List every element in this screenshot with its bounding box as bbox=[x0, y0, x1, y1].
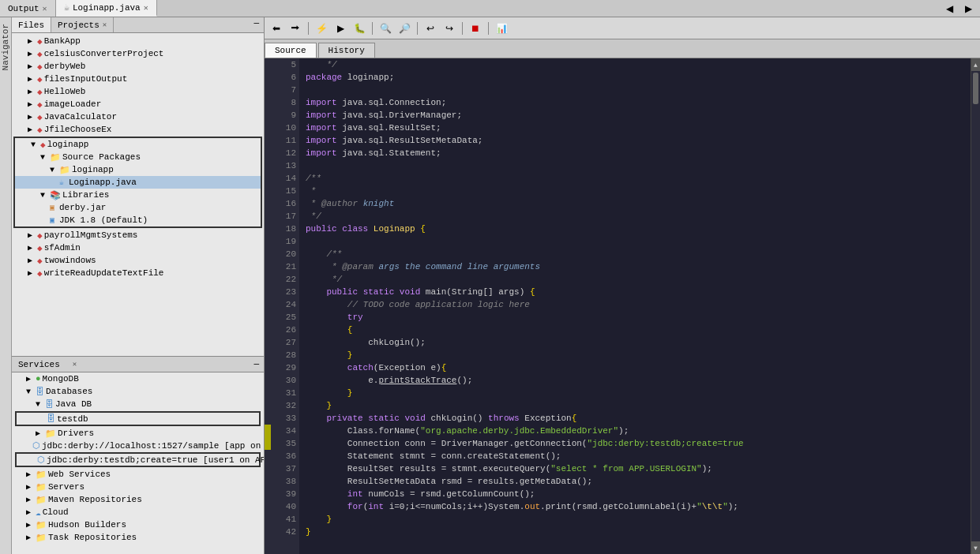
jdbc2-label: jdbc:derby:testdb;create=true [user1 on … bbox=[47, 455, 264, 465]
projects-tab[interactable]: Projects ✕ bbox=[51, 17, 114, 32]
svc-item-drivers[interactable]: ▶ 📁 Drivers bbox=[12, 427, 264, 440]
ln-8: 8 bbox=[271, 96, 299, 109]
tree-item-payroll[interactable]: ▶ ◆ payrollMgmtSystems bbox=[12, 229, 264, 241]
ln-9: 9 bbox=[271, 109, 299, 122]
tree-item-javacalc[interactable]: ▶ ◆ JavaCalculator bbox=[12, 110, 264, 123]
next-tab-btn[interactable]: ▶ bbox=[959, 1, 977, 17]
back-btn[interactable]: ⬅ bbox=[268, 21, 285, 36]
editor-panel: ⬅ ⮕ ⚡ ▶ 🐛 🔍 🔎 ↩ ↪ ⏹ 📊 Source bbox=[265, 17, 980, 554]
project-icon-files: ◆ bbox=[37, 74, 43, 84]
profile-btn[interactable]: 📊 bbox=[493, 21, 510, 36]
svc-item-databases[interactable]: ▼ 🗄 Databases bbox=[12, 385, 264, 398]
prev-tab-btn[interactable]: ◀ bbox=[941, 1, 958, 17]
tree-item-helloweb[interactable]: ▶ ◆ HelloWeb bbox=[12, 85, 264, 98]
tree-item-jfile[interactable]: ▶ ◆ JfileChooseEx bbox=[12, 123, 264, 136]
file-tab-close[interactable]: ✕ bbox=[144, 3, 148, 13]
svc-item-testdb[interactable]: 🗄 testdb bbox=[17, 413, 259, 425]
forward-btn[interactable]: ⮕ bbox=[287, 21, 304, 36]
svc-item-hudson[interactable]: ▶ 📁 Hudson Builders bbox=[12, 518, 264, 531]
source-tab[interactable]: Source bbox=[265, 43, 317, 58]
code-line-6: package loginapp; bbox=[299, 71, 971, 84]
maven-label: Maven Repositories bbox=[48, 495, 142, 504]
tree-item-derby-jar[interactable]: ▣ derby.jar bbox=[15, 201, 261, 214]
svc-item-mongodb[interactable]: ▶ ● MongoDB bbox=[12, 372, 264, 385]
cloud-label: Cloud bbox=[43, 507, 69, 517]
gutter-34 bbox=[265, 425, 271, 437]
java-icon: ☕ bbox=[64, 2, 69, 13]
gutter-8 bbox=[265, 96, 271, 109]
tree-item-twowindows[interactable]: ▶ ◆ twowindows bbox=[12, 254, 264, 267]
ln-18: 18 bbox=[271, 223, 299, 235]
svc-item-jdbc2[interactable]: ⬡ jdbc:derby:testdb;create=true [user1 o… bbox=[17, 454, 259, 466]
tree-item-bankapp[interactable]: ▶ ◆ BankApp bbox=[12, 35, 264, 47]
history-tab[interactable]: History bbox=[318, 43, 375, 58]
source-packages-label: Source Packages bbox=[62, 152, 141, 162]
tree-item-loginapp-pkg[interactable]: ▼ 📁 loginapp bbox=[15, 163, 261, 176]
tree-item-jdk[interactable]: ▣ JDK 1.8 (Default) bbox=[15, 214, 261, 226]
gutter-15 bbox=[265, 185, 271, 197]
ln-34: 34 bbox=[271, 425, 299, 437]
gutter-25 bbox=[265, 311, 271, 324]
scroll-thumb[interactable] bbox=[973, 73, 978, 104]
svc-item-maven[interactable]: ▶ 📁 Maven Repositories bbox=[12, 493, 264, 506]
tree-item-libraries[interactable]: ▼ 📚 Libraries bbox=[15, 189, 261, 201]
tree-item-derbyweb[interactable]: ▶ ◆ derbyWeb bbox=[12, 60, 264, 73]
ln-25: 25 bbox=[271, 311, 299, 324]
find-btn[interactable]: 🔎 bbox=[396, 21, 413, 36]
code-editor[interactable]: */ package loginapp; import java.sql.Con… bbox=[299, 58, 971, 554]
undo-btn[interactable]: ↩ bbox=[422, 21, 439, 36]
tree-item-sfadmin[interactable]: ▶ ◆ sfAdmin bbox=[12, 241, 264, 254]
services-minimize[interactable]: ─ bbox=[249, 358, 264, 371]
ln-12: 12 bbox=[271, 147, 299, 159]
tree-item-writeread[interactable]: ▶ ◆ writeReadUpdateTextFile bbox=[12, 267, 264, 279]
ln-23: 23 bbox=[271, 286, 299, 298]
svc-item-javadb[interactable]: ▼ 🗄 Java DB bbox=[12, 398, 264, 410]
svc-item-servers[interactable]: ▶ 📁 Servers bbox=[12, 481, 264, 493]
svc-item-jdbc1[interactable]: ⬡ jdbc:derby://localhost:1527/sample [ap… bbox=[12, 440, 264, 451]
editor-tabs: Source History bbox=[265, 39, 980, 58]
stop-btn[interactable]: ⏹ bbox=[467, 21, 484, 36]
jdk-icon: ▣ bbox=[47, 215, 58, 226]
output-tab-close[interactable]: ✕ bbox=[43, 4, 47, 13]
tree-item-source-packages[interactable]: ▼ 📁 Source Packages bbox=[15, 151, 261, 163]
tree-item-loginapp-java[interactable]: ☕ Loginapp.java bbox=[15, 176, 261, 189]
scroll-down-btn[interactable]: ▼ bbox=[971, 541, 980, 554]
compile-btn[interactable]: ⚡ bbox=[313, 21, 330, 36]
ln-41: 41 bbox=[271, 513, 299, 526]
redo-btn[interactable]: ↪ bbox=[441, 21, 458, 36]
ln-24: 24 bbox=[271, 298, 299, 311]
db-icon-javadb: 🗄 bbox=[45, 399, 54, 410]
left-panel-minimize[interactable]: ─ bbox=[249, 17, 264, 32]
svc-item-cloud[interactable]: ▶ ☁ Cloud bbox=[12, 506, 264, 518]
down-arrow-icon: ▼ bbox=[974, 545, 978, 552]
search-btn[interactable]: 🔍 bbox=[377, 21, 394, 36]
separator1 bbox=[308, 22, 309, 35]
svc-item-task-repos[interactable]: ▶ 📁 Task Repositories bbox=[12, 531, 264, 544]
scroll-track[interactable] bbox=[971, 71, 980, 541]
tree-item-loginapp[interactable]: ▼ ◆ loginapp bbox=[15, 138, 261, 151]
expand-icon: ▶ bbox=[24, 230, 36, 241]
imageloader-label: imageLoader bbox=[44, 99, 102, 109]
tree-item-filesinput[interactable]: ▶ ◆ filesInputOutput bbox=[12, 73, 264, 85]
tree-item-celsius[interactable]: ▶ ◆ celsiusConverterProject bbox=[12, 47, 264, 60]
ln-35: 35 bbox=[271, 437, 299, 450]
project-icon-bankapp: ◆ bbox=[37, 36, 43, 47]
jdbc1-label: jdbc:derby://localhost:1527/sample [app … bbox=[42, 441, 264, 451]
output-tab[interactable]: Output ✕ bbox=[0, 0, 56, 17]
gutter-23 bbox=[265, 286, 271, 298]
debug-btn[interactable]: 🐛 bbox=[351, 21, 368, 36]
ln-16: 16 bbox=[271, 197, 299, 210]
run-btn[interactable]: ▶ bbox=[332, 21, 349, 36]
ln-40: 40 bbox=[271, 500, 299, 513]
file-tab[interactable]: ☕ Loginapp.java ✕ bbox=[56, 0, 157, 17]
projects-close-icon[interactable]: ✕ bbox=[103, 21, 107, 29]
services-close-icon[interactable]: ✕ bbox=[66, 358, 83, 370]
scroll-up-btn[interactable]: ▲ bbox=[971, 58, 980, 71]
files-tab[interactable]: Files bbox=[12, 17, 51, 32]
right-scrollbar[interactable]: ▲ ▼ bbox=[971, 58, 980, 554]
tree-item-imageloader[interactable]: ▶ ◆ imageLoader bbox=[12, 98, 264, 110]
svc-item-webservices[interactable]: ▶ 📁 Web Services bbox=[12, 468, 264, 481]
writeread-label: writeReadUpdateTextFile bbox=[44, 268, 164, 278]
expand-icon: ▶ bbox=[23, 494, 34, 505]
expand-icon: ▶ bbox=[24, 242, 36, 253]
